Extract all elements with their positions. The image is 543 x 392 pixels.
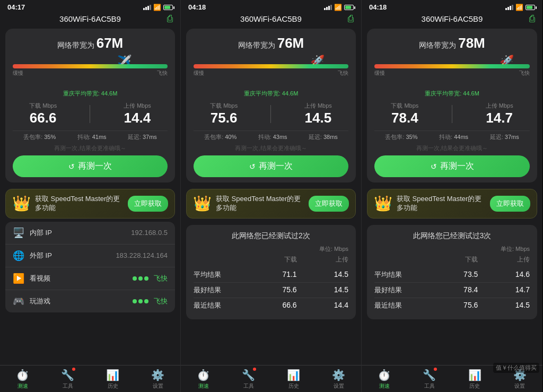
info-list: 🖥️内部 IP192.168.0.5🌐外部 IP183.228.124.164▶… <box>5 222 175 312</box>
history-col-download: 下载 <box>426 255 478 264</box>
promo-action-button[interactable]: 立即获取 <box>309 196 349 212</box>
promo-action-button[interactable]: 立即获取 <box>490 196 530 212</box>
download-value: 75.6 <box>210 110 238 126</box>
info-item-value: 飞快 <box>133 297 168 306</box>
speed-dot <box>138 299 143 303</box>
main-speed-card: 网络带宽为78M🚀缓慢飞快重庆平均带宽: 44.6M下载 Mbps78.4上传 … <box>367 29 537 182</box>
history-col-download: 下载 <box>245 255 296 264</box>
tab-label-测速: 测速 <box>17 382 28 390</box>
history-data-row: 最好结果75.614.5 <box>194 283 348 298</box>
history-row-label: 最好结果 <box>374 285 426 295</box>
retest-button[interactable]: ↺ 再测一次 <box>13 155 168 177</box>
tab-icon-设置: ⚙️ <box>151 369 164 381</box>
info-item-icon: 🖥️ <box>13 227 24 239</box>
jitter-stat: 抖动: 41ms <box>77 133 107 141</box>
nav-title: 360WiFi-6AC5B9 <box>59 14 121 23</box>
promo-card: 👑获取 SpeedTest Master的更 多功能立即获取 <box>367 189 537 219</box>
info-item: 🌐外部 IP183.228.124.164 <box>5 245 175 267</box>
upload-value: 14.7 <box>486 110 513 126</box>
speed-gradient-bar <box>194 64 348 68</box>
loss-stat: 丢包率: 40% <box>204 133 237 141</box>
speed-fast-label: 飞快 <box>154 297 168 306</box>
phone-panel-3: 04:18📶360WiFi-6AC5B9⎙网络带宽为78M🚀缓慢飞快重庆平均带宽… <box>362 0 542 392</box>
tab-item-测速[interactable]: ⏱️测速 <box>362 369 407 390</box>
bandwidth-title: 网络带宽为76M <box>194 35 348 51</box>
tab-bar: ⏱️测速🔧工具📊历史⚙️设置 <box>181 365 361 392</box>
tab-item-历史[interactable]: 📊历史 <box>271 369 316 390</box>
loss-stat: 丢包率: 35% <box>23 133 56 141</box>
upload-label: 上传 Mbps <box>124 102 151 110</box>
slow-label: 缓慢 <box>13 69 23 77</box>
tab-icon-历史: 📊 <box>287 369 300 381</box>
history-card: 此网络您已经测试过3次单位: Mbps 下载 上传 平均结果73.514.6最好… <box>367 225 537 319</box>
stats-row: 丢包率: 40% 抖动: 43ms 延迟: 38ms <box>194 133 348 141</box>
history-row-download: 66.6 <box>245 301 296 310</box>
history-row-download: 71.1 <box>245 270 296 280</box>
tab-item-工具[interactable]: 🔧工具 <box>407 369 452 390</box>
tab-icon-设置: ⚙️ <box>332 369 345 381</box>
nav-title: 360WiFi-6AC5B9 <box>422 14 483 23</box>
tab-item-工具[interactable]: 🔧工具 <box>226 369 271 390</box>
tab-label-工具: 工具 <box>243 382 254 390</box>
metrics-divider <box>90 105 90 123</box>
bandwidth-title: 网络带宽为67M <box>13 35 168 51</box>
speed-dot <box>144 299 148 303</box>
speed-dot <box>133 299 137 303</box>
status-icons: 📶 <box>143 4 173 11</box>
speed-dot <box>144 276 148 281</box>
download-label: 下载 Mbps <box>391 102 418 110</box>
tab-item-工具[interactable]: 🔧工具 <box>45 369 90 390</box>
speed-gauge: 🚀缓慢飞快 <box>194 64 348 88</box>
metrics-divider <box>452 105 452 123</box>
promo-action-button[interactable]: 立即获取 <box>128 196 168 212</box>
info-item: 🖥️内部 IP192.168.0.5 <box>5 222 175 245</box>
upload-label: 上传 Mbps <box>304 102 332 110</box>
top-nav: 360WiFi-6AC5B9⎙ <box>181 12 361 25</box>
upload-value: 14.4 <box>124 110 151 126</box>
tab-badge-tools: 🔧 <box>61 369 74 381</box>
info-item-icon: 🌐 <box>13 250 24 262</box>
status-bar: 04:17📶 <box>0 0 180 12</box>
upload-label: 上传 Mbps <box>486 102 513 110</box>
speed-fast-label: 飞快 <box>154 274 168 283</box>
history-row-upload: 14.5 <box>297 285 348 295</box>
retest-hint-text: 再测一次,结果会更准确哦～ <box>13 144 168 152</box>
latency-stat: 延迟: 37ms <box>128 133 157 141</box>
history-unit-label: 单位: Mbps <box>194 245 348 253</box>
metrics-row: 下载 Mbps78.4上传 Mbps14.7 <box>374 102 530 131</box>
tab-label-历史: 历史 <box>469 382 480 390</box>
share-button[interactable]: ⎙ <box>167 13 173 24</box>
speed-dot <box>138 276 143 281</box>
share-button[interactable]: ⎙ <box>348 13 354 24</box>
tab-icon-工具: 🔧 <box>242 369 255 381</box>
upload-value: 14.5 <box>304 110 332 126</box>
history-col-upload: 上传 <box>297 255 348 264</box>
status-bar: 04:18📶 <box>362 0 542 12</box>
tab-icon-历史: 📊 <box>468 369 481 381</box>
tab-item-设置[interactable]: ⚙️设置 <box>135 369 180 390</box>
info-item-icon: ▶️ <box>13 273 24 284</box>
history-unit-label: 单位: Mbps <box>374 245 530 253</box>
tab-item-设置[interactable]: ⚙️设置 <box>316 369 361 390</box>
status-time: 04:18 <box>369 3 387 11</box>
retest-button[interactable]: ↺ 再测一次 <box>194 155 348 177</box>
info-item-icon: 🎮 <box>13 295 24 307</box>
tab-icon-工具: 🔧 <box>423 369 436 381</box>
history-row-upload: 14.4 <box>297 301 348 310</box>
promo-description: 获取 SpeedTest Master的更 多功能 <box>216 195 301 213</box>
promo-crown-icon: 👑 <box>193 195 212 212</box>
tab-item-历史[interactable]: 📊历史 <box>90 369 135 390</box>
tab-item-测速[interactable]: ⏱️测速 <box>0 369 45 390</box>
share-button[interactable]: ⎙ <box>529 13 535 24</box>
speed-gradient-bar <box>374 64 530 68</box>
tab-item-历史[interactable]: 📊历史 <box>452 369 497 390</box>
jitter-stat: 抖动: 43ms <box>258 133 287 141</box>
status-icons: 📶 <box>324 4 354 11</box>
tab-icon-测速: ⏱️ <box>16 369 29 381</box>
speed-labels-row: 缓慢飞快 <box>194 69 348 77</box>
tab-item-测速[interactable]: ⏱️测速 <box>181 369 226 390</box>
retest-button[interactable]: ↺ 再测一次 <box>374 155 530 177</box>
history-data-row: 平均结果73.514.6 <box>374 267 530 283</box>
tab-label-设置: 设置 <box>334 382 344 390</box>
avg-bandwidth-label: 重庆平均带宽: 44.6M <box>374 90 530 98</box>
